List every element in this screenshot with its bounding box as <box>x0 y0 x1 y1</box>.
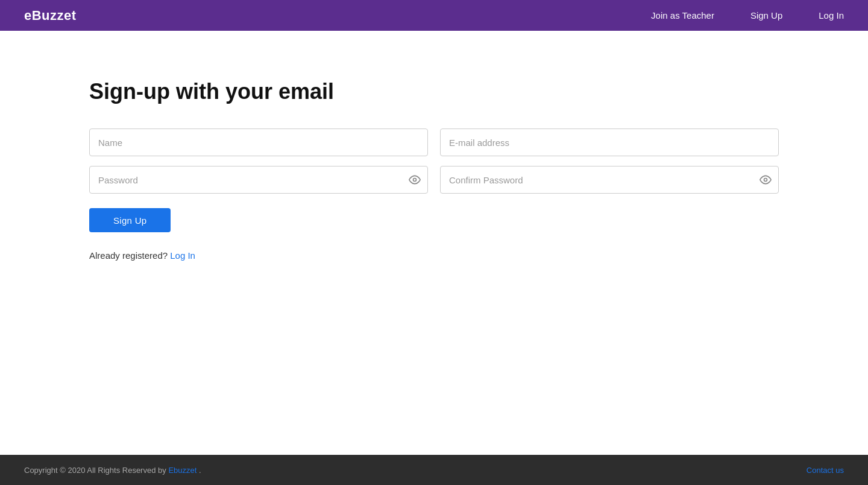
page-title: Sign-up with your email <box>89 79 779 104</box>
main-content: Sign-up with your email <box>0 31 868 455</box>
footer-copyright: Copyright © 2020 All Rights Reserved by … <box>24 466 201 475</box>
confirm-password-input[interactable] <box>440 166 779 194</box>
login-link[interactable]: Log In <box>170 250 195 261</box>
confirm-password-toggle-icon[interactable] <box>760 174 772 186</box>
svg-point-0 <box>414 179 417 182</box>
signup-button[interactable]: Sign Up <box>89 208 171 232</box>
already-registered-text: Already registered? Log In <box>89 250 779 261</box>
navbar-links: Join as Teacher Sign Up Log In <box>651 10 844 21</box>
password-input[interactable] <box>89 166 428 194</box>
already-registered-label: Already registered? <box>89 250 168 261</box>
join-teacher-link[interactable]: Join as Teacher <box>651 10 714 21</box>
svg-point-1 <box>764 179 767 182</box>
footer-brand-link[interactable]: Ebuzzet <box>168 466 197 475</box>
footer: Copyright © 2020 All Rights Reserved by … <box>0 455 868 485</box>
name-input[interactable] <box>89 128 428 156</box>
confirm-password-field <box>440 166 779 194</box>
name-field <box>89 128 428 156</box>
contact-us-link[interactable]: Contact us <box>807 466 844 475</box>
form-row-1 <box>89 128 779 156</box>
email-input[interactable] <box>440 128 779 156</box>
password-toggle-icon[interactable] <box>409 174 421 186</box>
navbar: eBuzzet Join as Teacher Sign Up Log In <box>0 0 868 31</box>
password-field <box>89 166 428 194</box>
form-row-2 <box>89 166 779 194</box>
login-nav-link[interactable]: Log In <box>819 10 844 21</box>
signup-nav-link[interactable]: Sign Up <box>750 10 782 21</box>
brand-logo[interactable]: eBuzzet <box>24 8 77 24</box>
email-field <box>440 128 779 156</box>
